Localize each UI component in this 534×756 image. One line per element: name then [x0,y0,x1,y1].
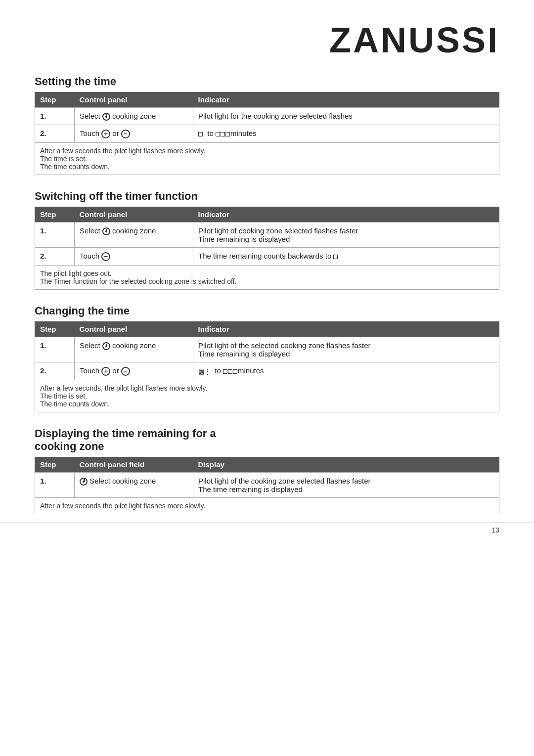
small-square-icon [198,132,203,136]
timer-icon: ● [80,478,88,486]
step-number: 1. [35,108,75,125]
table-row: 2. Touch + or − ▩⋮ to minutes [35,362,499,380]
note-cell: After a few seconds the pilot light flas… [35,143,499,175]
col-header-step: Step [35,321,75,337]
section-setting-time: Setting the time Step Control panel Indi… [35,75,499,175]
step-number: 1. [35,222,75,248]
page-footer: 13 [0,523,534,534]
col-header-indicator: Indicator [193,207,499,222]
step-number: 2. [35,125,75,143]
indicator-cell: Pilot light of cooking zone selected fla… [193,222,499,248]
note-row: The pilot light goes out. The Timer func… [35,266,499,290]
small-square-icon [233,369,237,374]
timer-icon: ● [102,113,110,121]
note-row: After a few seconds the pilot light flas… [35,143,499,175]
table-row: 1. Select ● cooking zone Pilot light of … [35,337,499,362]
small-square-icon [223,369,227,374]
control-panel-cell: Touch + or − [75,362,193,380]
control-panel-cell: Touch + or − [75,125,193,143]
step-number: 1. [35,473,75,498]
indicator-cell: Pilot light of the selected cooking zone… [193,337,499,362]
control-panel-cell: Select ● cooking zone [75,337,193,362]
section-title-switching-off: Switching off the timer function [35,190,499,203]
step-number: 1. [35,337,75,362]
plus-icon: + [101,367,110,376]
display-cell: Pilot light of the cooking zone selected… [193,473,499,498]
table-row: 2. Touch − The time remaining counts bac… [35,248,499,266]
col-header-control: Control panel [75,92,193,108]
section-switching-off: Switching off the timer function Step Co… [35,190,499,290]
small-square-icon [225,132,230,136]
table-row: 1. Select ● cooking zone Pilot light for… [35,108,499,125]
col-header-indicator: Indicator [193,92,499,108]
plus-icon: + [101,130,110,138]
control-panel-cell: Select ● cooking zone [75,108,193,125]
table-row: 1. ● Select cooking zone Pilot light of … [35,473,499,498]
control-panel-cell: Touch − [75,248,193,266]
col-header-control: Control panel [75,207,193,222]
small-square-icon [333,255,338,259]
page-number: 13 [491,526,499,534]
note-cell: The pilot light goes out. The Timer func… [35,266,499,290]
note-row: After a few seconds, the pilot light fla… [35,380,499,412]
minus-icon: − [121,130,130,138]
section-title-changing-time: Changing the time [35,305,499,317]
control-panel-cell: Select ● cooking zone [75,222,193,248]
table-row: 2. Touch + or − to minutes [35,125,499,143]
indicator-cell: ▩⋮ to minutes [193,362,499,380]
brand-logo: ZANUSSI [35,20,499,60]
brand-name: ZANUSSI [329,20,499,60]
page-wrapper: ZANUSSI Setting the time Step Control pa… [0,0,534,549]
col-header-step: Step [35,457,75,473]
col-header-control-field: Control panel field [75,457,193,473]
indicator-cell: Pilot light for the cooking zone selecte… [193,108,499,125]
note-cell: After a few seconds, the pilot light fla… [35,380,499,412]
table-setting-time: Step Control panel Indicator 1. Select ●… [35,92,499,175]
indicator-cell: The time remaining counts backwards to [193,248,499,266]
flame-icon: ▩⋮ [198,368,211,375]
section-displaying-time: Displaying the time remaining for acooki… [35,427,499,514]
section-title-setting-time: Setting the time [35,75,499,88]
small-square-icon [216,132,220,136]
minus-icon: − [121,367,130,376]
col-header-display: Display [193,457,499,473]
control-panel-cell: ● Select cooking zone [75,473,193,498]
table-displaying-time: Step Control panel field Display 1. ● Se… [35,457,499,514]
timer-icon: ● [102,227,110,235]
col-header-control: Control panel [75,321,193,337]
indicator-cell: to minutes [193,125,499,143]
table-changing-time: Step Control panel Indicator 1. Select ●… [35,321,499,412]
step-number: 2. [35,248,75,266]
small-square-icon [221,132,225,136]
step-number: 2. [35,362,75,380]
minus-icon: − [101,252,110,261]
small-square-icon [228,369,232,374]
section-title-displaying-time: Displaying the time remaining for acooki… [35,427,499,453]
note-cell: After a few seconds the pilot light flas… [35,498,499,514]
col-header-indicator: Indicator [193,321,499,337]
col-header-step: Step [35,207,75,222]
timer-icon: ● [102,342,110,350]
table-row: 1. Select ● cooking zone Pilot light of … [35,222,499,248]
note-row: After a few seconds the pilot light flas… [35,498,499,514]
section-changing-time: Changing the time Step Control panel Ind… [35,305,499,412]
table-switching-off: Step Control panel Indicator 1. Select ●… [35,207,499,290]
col-header-step: Step [35,92,75,108]
